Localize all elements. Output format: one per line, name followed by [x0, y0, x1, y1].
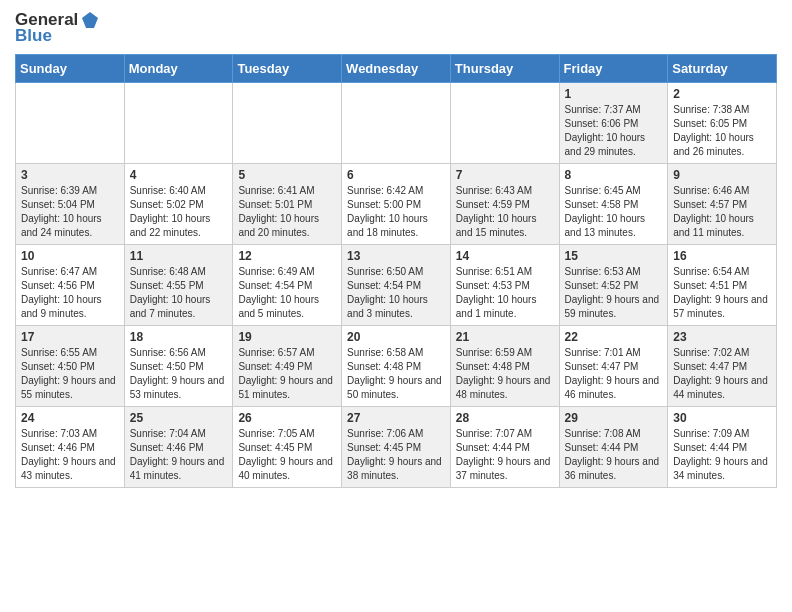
calendar-header-monday: Monday — [124, 55, 233, 83]
day-number: 22 — [565, 330, 663, 344]
day-info: Sunrise: 7:03 AM Sunset: 4:46 PM Dayligh… — [21, 427, 119, 483]
calendar-cell: 26Sunrise: 7:05 AM Sunset: 4:45 PM Dayli… — [233, 407, 342, 488]
day-info: Sunrise: 6:47 AM Sunset: 4:56 PM Dayligh… — [21, 265, 119, 321]
day-number: 5 — [238, 168, 336, 182]
logo-blue: Blue — [15, 26, 52, 46]
day-number: 7 — [456, 168, 554, 182]
day-number: 24 — [21, 411, 119, 425]
calendar-cell: 27Sunrise: 7:06 AM Sunset: 4:45 PM Dayli… — [342, 407, 451, 488]
logo-flag-icon — [80, 10, 100, 30]
day-info: Sunrise: 7:37 AM Sunset: 6:06 PM Dayligh… — [565, 103, 663, 159]
calendar-cell: 15Sunrise: 6:53 AM Sunset: 4:52 PM Dayli… — [559, 245, 668, 326]
day-info: Sunrise: 6:43 AM Sunset: 4:59 PM Dayligh… — [456, 184, 554, 240]
day-info: Sunrise: 7:07 AM Sunset: 4:44 PM Dayligh… — [456, 427, 554, 483]
day-info: Sunrise: 6:56 AM Sunset: 4:50 PM Dayligh… — [130, 346, 228, 402]
day-info: Sunrise: 7:05 AM Sunset: 4:45 PM Dayligh… — [238, 427, 336, 483]
calendar-cell: 5Sunrise: 6:41 AM Sunset: 5:01 PM Daylig… — [233, 164, 342, 245]
calendar-cell: 10Sunrise: 6:47 AM Sunset: 4:56 PM Dayli… — [16, 245, 125, 326]
calendar-cell: 18Sunrise: 6:56 AM Sunset: 4:50 PM Dayli… — [124, 326, 233, 407]
calendar-cell: 1Sunrise: 7:37 AM Sunset: 6:06 PM Daylig… — [559, 83, 668, 164]
day-info: Sunrise: 7:01 AM Sunset: 4:47 PM Dayligh… — [565, 346, 663, 402]
day-info: Sunrise: 6:59 AM Sunset: 4:48 PM Dayligh… — [456, 346, 554, 402]
day-info: Sunrise: 6:51 AM Sunset: 4:53 PM Dayligh… — [456, 265, 554, 321]
calendar-cell: 20Sunrise: 6:58 AM Sunset: 4:48 PM Dayli… — [342, 326, 451, 407]
calendar-cell: 23Sunrise: 7:02 AM Sunset: 4:47 PM Dayli… — [668, 326, 777, 407]
day-info: Sunrise: 6:48 AM Sunset: 4:55 PM Dayligh… — [130, 265, 228, 321]
day-number: 3 — [21, 168, 119, 182]
day-info: Sunrise: 6:41 AM Sunset: 5:01 PM Dayligh… — [238, 184, 336, 240]
calendar-header-sunday: Sunday — [16, 55, 125, 83]
calendar-cell: 12Sunrise: 6:49 AM Sunset: 4:54 PM Dayli… — [233, 245, 342, 326]
calendar-cell: 19Sunrise: 6:57 AM Sunset: 4:49 PM Dayli… — [233, 326, 342, 407]
day-info: Sunrise: 7:02 AM Sunset: 4:47 PM Dayligh… — [673, 346, 771, 402]
day-number: 19 — [238, 330, 336, 344]
day-number: 25 — [130, 411, 228, 425]
calendar: SundayMondayTuesdayWednesdayThursdayFrid… — [15, 54, 777, 488]
day-info: Sunrise: 7:38 AM Sunset: 6:05 PM Dayligh… — [673, 103, 771, 159]
calendar-week-row: 24Sunrise: 7:03 AM Sunset: 4:46 PM Dayli… — [16, 407, 777, 488]
day-number: 17 — [21, 330, 119, 344]
day-info: Sunrise: 6:49 AM Sunset: 4:54 PM Dayligh… — [238, 265, 336, 321]
day-number: 2 — [673, 87, 771, 101]
day-number: 28 — [456, 411, 554, 425]
day-number: 30 — [673, 411, 771, 425]
day-number: 12 — [238, 249, 336, 263]
day-number: 27 — [347, 411, 445, 425]
day-number: 9 — [673, 168, 771, 182]
day-info: Sunrise: 7:04 AM Sunset: 4:46 PM Dayligh… — [130, 427, 228, 483]
calendar-cell: 25Sunrise: 7:04 AM Sunset: 4:46 PM Dayli… — [124, 407, 233, 488]
calendar-cell: 4Sunrise: 6:40 AM Sunset: 5:02 PM Daylig… — [124, 164, 233, 245]
day-number: 26 — [238, 411, 336, 425]
logo: General Blue — [15, 10, 100, 46]
day-number: 4 — [130, 168, 228, 182]
day-info: Sunrise: 6:42 AM Sunset: 5:00 PM Dayligh… — [347, 184, 445, 240]
day-number: 23 — [673, 330, 771, 344]
day-number: 18 — [130, 330, 228, 344]
day-info: Sunrise: 6:50 AM Sunset: 4:54 PM Dayligh… — [347, 265, 445, 321]
calendar-cell: 14Sunrise: 6:51 AM Sunset: 4:53 PM Dayli… — [450, 245, 559, 326]
calendar-header-friday: Friday — [559, 55, 668, 83]
day-number: 16 — [673, 249, 771, 263]
day-number: 8 — [565, 168, 663, 182]
calendar-cell: 21Sunrise: 6:59 AM Sunset: 4:48 PM Dayli… — [450, 326, 559, 407]
calendar-cell: 2Sunrise: 7:38 AM Sunset: 6:05 PM Daylig… — [668, 83, 777, 164]
calendar-header-wednesday: Wednesday — [342, 55, 451, 83]
day-info: Sunrise: 7:06 AM Sunset: 4:45 PM Dayligh… — [347, 427, 445, 483]
svg-marker-0 — [82, 12, 98, 28]
day-info: Sunrise: 6:57 AM Sunset: 4:49 PM Dayligh… — [238, 346, 336, 402]
day-info: Sunrise: 6:39 AM Sunset: 5:04 PM Dayligh… — [21, 184, 119, 240]
calendar-week-row: 3Sunrise: 6:39 AM Sunset: 5:04 PM Daylig… — [16, 164, 777, 245]
calendar-cell: 13Sunrise: 6:50 AM Sunset: 4:54 PM Dayli… — [342, 245, 451, 326]
calendar-cell — [450, 83, 559, 164]
calendar-cell: 17Sunrise: 6:55 AM Sunset: 4:50 PM Dayli… — [16, 326, 125, 407]
calendar-cell: 22Sunrise: 7:01 AM Sunset: 4:47 PM Dayli… — [559, 326, 668, 407]
calendar-week-row: 10Sunrise: 6:47 AM Sunset: 4:56 PM Dayli… — [16, 245, 777, 326]
calendar-cell: 28Sunrise: 7:07 AM Sunset: 4:44 PM Dayli… — [450, 407, 559, 488]
calendar-cell: 30Sunrise: 7:09 AM Sunset: 4:44 PM Dayli… — [668, 407, 777, 488]
day-number: 21 — [456, 330, 554, 344]
day-info: Sunrise: 7:09 AM Sunset: 4:44 PM Dayligh… — [673, 427, 771, 483]
calendar-header-thursday: Thursday — [450, 55, 559, 83]
day-number: 14 — [456, 249, 554, 263]
day-number: 11 — [130, 249, 228, 263]
day-number: 1 — [565, 87, 663, 101]
calendar-header-row: SundayMondayTuesdayWednesdayThursdayFrid… — [16, 55, 777, 83]
day-info: Sunrise: 6:58 AM Sunset: 4:48 PM Dayligh… — [347, 346, 445, 402]
calendar-cell: 16Sunrise: 6:54 AM Sunset: 4:51 PM Dayli… — [668, 245, 777, 326]
day-number: 10 — [21, 249, 119, 263]
calendar-cell — [124, 83, 233, 164]
calendar-week-row: 1Sunrise: 7:37 AM Sunset: 6:06 PM Daylig… — [16, 83, 777, 164]
day-info: Sunrise: 6:54 AM Sunset: 4:51 PM Dayligh… — [673, 265, 771, 321]
calendar-cell: 6Sunrise: 6:42 AM Sunset: 5:00 PM Daylig… — [342, 164, 451, 245]
calendar-cell — [16, 83, 125, 164]
calendar-header-saturday: Saturday — [668, 55, 777, 83]
calendar-cell: 7Sunrise: 6:43 AM Sunset: 4:59 PM Daylig… — [450, 164, 559, 245]
calendar-cell: 29Sunrise: 7:08 AM Sunset: 4:44 PM Dayli… — [559, 407, 668, 488]
day-number: 6 — [347, 168, 445, 182]
calendar-cell: 11Sunrise: 6:48 AM Sunset: 4:55 PM Dayli… — [124, 245, 233, 326]
day-info: Sunrise: 7:08 AM Sunset: 4:44 PM Dayligh… — [565, 427, 663, 483]
calendar-week-row: 17Sunrise: 6:55 AM Sunset: 4:50 PM Dayli… — [16, 326, 777, 407]
calendar-cell — [233, 83, 342, 164]
calendar-cell: 3Sunrise: 6:39 AM Sunset: 5:04 PM Daylig… — [16, 164, 125, 245]
calendar-cell: 9Sunrise: 6:46 AM Sunset: 4:57 PM Daylig… — [668, 164, 777, 245]
